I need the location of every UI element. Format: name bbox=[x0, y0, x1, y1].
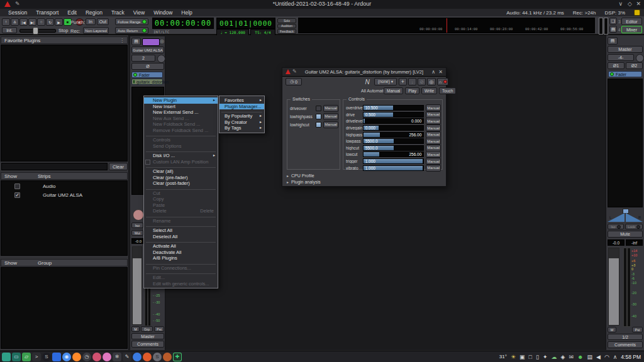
control-manual-button[interactable]: Manual bbox=[426, 111, 441, 118]
firefox-icon[interactable] bbox=[72, 353, 81, 361]
context-menu-item[interactable]: Activate All ▸ bbox=[144, 243, 218, 250]
punch-out-button[interactable]: Out bbox=[97, 18, 109, 25]
menubar-item[interactable]: Track bbox=[107, 9, 129, 16]
control-manual-button[interactable]: Manual bbox=[426, 104, 441, 111]
strip-visible-checkbox[interactable] bbox=[14, 184, 20, 189]
camera-icon[interactable]: ▣ bbox=[519, 353, 525, 361]
menubar-item[interactable]: Transport bbox=[31, 9, 63, 16]
follow-range-button[interactable]: Follow Range bbox=[115, 18, 148, 25]
context-menu-item[interactable]: Clear (all) ▸ bbox=[144, 168, 218, 175]
monitor-state-button[interactable]: Solo bbox=[277, 18, 296, 23]
volume-icon[interactable]: ◀ bbox=[596, 353, 601, 361]
windows-icon[interactable]: ❏ bbox=[609, 18, 617, 25]
context-menu-item[interactable]: New Aux Send ... ▸ bbox=[144, 116, 218, 122]
context-menu-item[interactable]: A/B Plugins ▸ bbox=[144, 255, 218, 261]
track-color-swatch[interactable] bbox=[142, 38, 160, 46]
context-menu-item[interactable]: ▸ bbox=[146, 272, 216, 274]
context-menu-item[interactable]: Select All ▸ bbox=[144, 228, 218, 234]
favorites-menu-icon[interactable]: ⋮ bbox=[119, 38, 127, 43]
monitor-icon[interactable]: ◎ bbox=[160, 38, 164, 44]
submenu-item[interactable]: By Popularity ▸ bbox=[219, 113, 264, 119]
menubar-item[interactable]: Session bbox=[4, 9, 31, 16]
control-manual-button[interactable]: Manual bbox=[426, 158, 441, 165]
transport-button[interactable]: |◀ bbox=[19, 18, 28, 26]
peak-display[interactable]: -inf bbox=[626, 239, 643, 246]
context-menu-item[interactable]: ▸ bbox=[146, 224, 216, 227]
submenu-item[interactable]: By Creator ▸ bbox=[219, 119, 264, 126]
context-menu-item[interactable]: Copy ▸ bbox=[144, 196, 218, 202]
punch-in-button[interactable]: In bbox=[86, 18, 96, 25]
caret-up-icon[interactable]: ∧ bbox=[613, 353, 618, 361]
pin-management-button[interactable]: ◎ bbox=[427, 78, 436, 85]
context-menu-item[interactable]: Disk I/O ... ▸ bbox=[144, 153, 218, 159]
mute-button[interactable]: Mute bbox=[608, 231, 643, 238]
control-slider[interactable]: 5500.0 bbox=[363, 138, 425, 144]
context-menu-item[interactable]: Pin Connections... ▸ bbox=[144, 265, 218, 272]
context-menu-item[interactable]: ▸ bbox=[146, 187, 216, 190]
monitor-state-button[interactable]: Feedback bbox=[277, 29, 296, 34]
submenu-item[interactable]: Favorites ▸ bbox=[219, 97, 264, 104]
restore-button[interactable]: ◇ bbox=[628, 1, 632, 7]
bbt-clock[interactable]: 001|01|0000 bbox=[216, 18, 275, 29]
delete-preset-button[interactable]: ⊘ bbox=[418, 78, 426, 85]
processor-entry[interactable]: Fader bbox=[131, 72, 163, 78]
control-manual-button[interactable]: Manual bbox=[426, 138, 441, 145]
automation-mode-icon[interactable]: N bbox=[362, 78, 372, 86]
record-mode-button[interactable]: Non-Layered bbox=[83, 27, 109, 34]
dialog-close-button[interactable]: ✕ bbox=[438, 69, 443, 75]
menubar-item[interactable]: Edit bbox=[63, 9, 81, 16]
master-name-button[interactable]: Master bbox=[608, 46, 643, 53]
switch-manual-button[interactable]: Manual bbox=[323, 105, 338, 112]
control-slider[interactable]: 0.500 bbox=[363, 112, 425, 118]
shield-icon[interactable]: ◈ bbox=[561, 353, 565, 361]
context-menu-item[interactable]: Deactivate All ▸ bbox=[144, 250, 218, 256]
context-menu-item[interactable]: ▸ bbox=[146, 262, 216, 265]
gain-fader[interactable] bbox=[132, 246, 142, 325]
transport-button[interactable]: ▶ bbox=[55, 18, 63, 26]
menubar-item[interactable]: Region bbox=[81, 9, 107, 16]
control-slider[interactable]: 1.000 bbox=[363, 165, 425, 171]
context-menu-item[interactable]: ▸ bbox=[146, 150, 216, 152]
control-slider[interactable]: 256.00 bbox=[363, 132, 425, 138]
menubar-item[interactable]: Help bbox=[177, 9, 196, 16]
pan-widget[interactable]: L R bbox=[608, 209, 643, 222]
fader-mode-icon[interactable]: ▤ bbox=[131, 38, 141, 45]
save-preset-button[interactable]: ↓ bbox=[408, 78, 416, 85]
submenu-item[interactable]: Plugin Manager... ▸ bbox=[219, 104, 264, 110]
paint-app-icon[interactable] bbox=[103, 353, 111, 361]
filter-clear-button[interactable]: Clear bbox=[109, 163, 128, 170]
transport-button[interactable]: ○ bbox=[37, 18, 45, 26]
ubuntu-icon[interactable] bbox=[143, 353, 152, 361]
context-menu-item[interactable]: Delete Delete ▸ bbox=[144, 208, 218, 214]
input-button[interactable]: 2 bbox=[131, 55, 155, 62]
switch-checkbox[interactable] bbox=[316, 122, 321, 128]
context-menu-item[interactable]: New Foldback Send ... ▸ bbox=[144, 121, 218, 128]
control-slider[interactable]: 256.00 bbox=[363, 151, 425, 157]
metering-point-button[interactable]: Pst bbox=[632, 327, 643, 332]
control-manual-button[interactable]: Manual bbox=[426, 165, 441, 172]
favorite-plugins-list[interactable] bbox=[1, 45, 128, 162]
close-button[interactable]: ✕ bbox=[636, 1, 641, 7]
mail-icon[interactable]: ✉ bbox=[569, 353, 574, 361]
context-menu-item[interactable]: Send Options ▸ bbox=[144, 143, 218, 150]
switch-checkbox[interactable] bbox=[316, 106, 321, 111]
switch-manual-button[interactable]: Manual bbox=[323, 121, 338, 128]
add-preset-button[interactable]: + bbox=[399, 78, 407, 85]
auto-return-button[interactable]: Auto Return bbox=[115, 27, 148, 34]
gain-fader[interactable] bbox=[608, 248, 619, 326]
utility-icon[interactable] bbox=[163, 353, 172, 361]
new-window-icon[interactable]: ✚ bbox=[173, 353, 182, 361]
context-menu-item[interactable]: New External Send ... ▸ bbox=[144, 109, 218, 116]
code-editor-icon[interactable] bbox=[52, 353, 61, 361]
clock-app-icon[interactable]: ◷ bbox=[82, 353, 91, 361]
trim-knob[interactable] bbox=[157, 55, 165, 63]
context-menu-item[interactable]: Edit... ▸ bbox=[144, 275, 218, 281]
menubar-item[interactable]: Window bbox=[149, 9, 177, 16]
browser-icon[interactable]: S bbox=[42, 353, 51, 361]
files-icon[interactable]: ▱ bbox=[22, 353, 31, 361]
expander-row[interactable]: ▸ CPU Profile bbox=[287, 172, 321, 178]
control-manual-button[interactable]: Manual bbox=[426, 151, 441, 158]
media-app-icon[interactable] bbox=[92, 353, 101, 361]
dialog-titlebar[interactable]: ✎ Guitar UM2 ALSA: guitarix_distortion (… bbox=[282, 68, 446, 77]
context-menu-item[interactable]: New Plugin ▸ bbox=[144, 97, 218, 104]
